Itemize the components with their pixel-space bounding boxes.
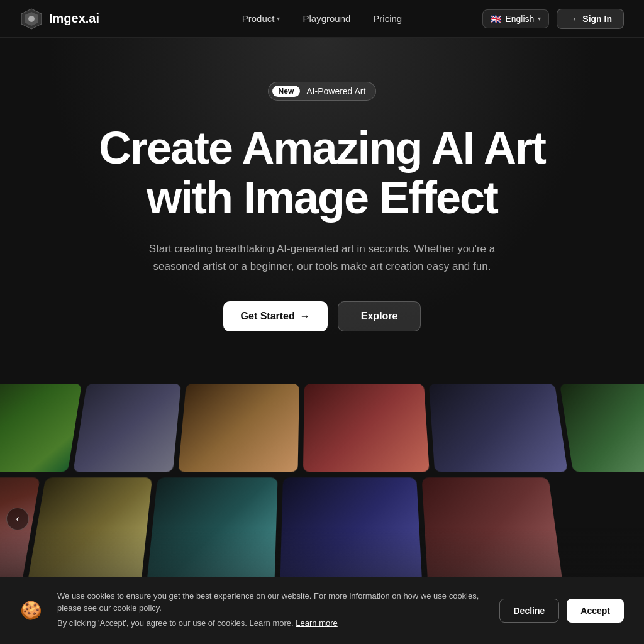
get-started-button[interactable]: Get Started →: [223, 301, 328, 331]
navbar: Imgex.ai Product ▾ Playground Pricing 🇬🇧…: [0, 0, 644, 38]
grid-row-2: [0, 477, 644, 592]
decline-button[interactable]: Decline: [499, 599, 560, 623]
logo-icon: [20, 8, 43, 30]
cookie-icon: 🍪: [20, 600, 42, 621]
cookie-text: We use cookies to ensure you get the bes…: [57, 590, 484, 632]
explore-button[interactable]: Explore: [338, 301, 421, 331]
cookie-banner: 🍪 We use cookies to ensure you get the b…: [0, 577, 644, 645]
new-badge: New AI-Powered Art: [268, 82, 377, 101]
gallery-image: [26, 477, 152, 592]
chevron-left-icon: ‹: [16, 513, 19, 525]
chevron-down-icon: ▾: [277, 15, 280, 22]
nav-product[interactable]: Product ▾: [232, 9, 291, 28]
gallery-prev-button[interactable]: ‹: [6, 508, 29, 530]
logo-text: Imgex.ai: [49, 11, 99, 26]
cookie-main-text: We use cookies to ensure you get the bes…: [57, 590, 484, 614]
grid-row-1: [0, 384, 644, 472]
new-pill: New: [272, 86, 301, 97]
sign-in-icon: →: [569, 14, 577, 24]
learn-more-link[interactable]: Learn more: [296, 618, 337, 628]
nav-playground[interactable]: Playground: [292, 9, 360, 28]
nav-pricing[interactable]: Pricing: [363, 9, 412, 28]
gallery-image: [73, 384, 181, 472]
hero-buttons: Get Started → Explore: [20, 301, 624, 331]
cookie-buttons: Decline Accept: [499, 599, 625, 623]
language-selector[interactable]: 🇬🇧 English ▾: [482, 9, 549, 28]
hero-section: New AI-Powered Art Create Amazing AI Art…: [0, 38, 644, 390]
badge-label: AI-Powered Art: [306, 86, 365, 96]
lang-chevron-icon: ▾: [538, 15, 541, 22]
flag-icon: 🇬🇧: [491, 14, 501, 24]
gallery-image: [560, 384, 644, 472]
cookie-sub-text: By clicking 'Accept', you agree to our u…: [57, 617, 484, 630]
gallery-image: [146, 477, 278, 592]
gallery-image: [178, 384, 299, 472]
accept-button[interactable]: Accept: [567, 599, 624, 623]
gallery-image: [429, 384, 568, 472]
gallery-image: [0, 384, 82, 472]
gallery-image: [303, 384, 430, 472]
svg-point-2: [28, 16, 35, 22]
sign-in-button[interactable]: → Sign In: [557, 9, 624, 29]
gallery-image: [422, 477, 564, 592]
arrow-right-icon: →: [300, 311, 310, 322]
logo[interactable]: Imgex.ai: [20, 8, 99, 30]
language-label: English: [505, 14, 534, 24]
nav-links: Product ▾ Playground Pricing: [232, 9, 412, 28]
hero-title: Create Amazing AI Art with Image Effect: [83, 123, 561, 223]
nav-right: 🇬🇧 English ▾ → Sign In: [482, 9, 624, 29]
hero-subtitle: Start creating breathtaking AI-generated…: [146, 240, 498, 274]
gallery-image: [280, 477, 423, 592]
